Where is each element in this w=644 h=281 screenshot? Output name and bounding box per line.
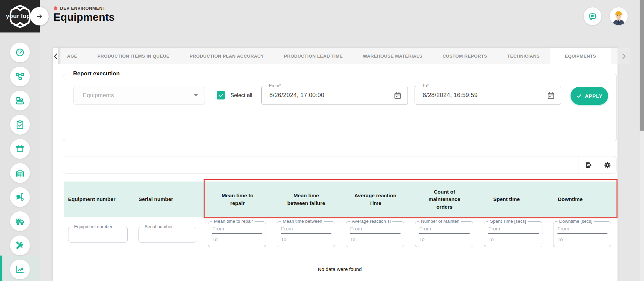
sidebar: your logo: [0, 0, 40, 281]
table-header-row: Equipment number Serial number Mean time…: [64, 182, 617, 217]
tab-equipments[interactable]: EQUIPMENTS: [550, 48, 611, 64]
filter-label: Serial number: [143, 224, 174, 229]
tab-label: WAREHOUSE MATERIALS: [363, 54, 423, 59]
filter-label: Average reaction Ti: [350, 219, 392, 224]
filter-from-input[interactable]: [557, 226, 607, 234]
tab-label: CUSTOM REPORTS: [442, 54, 487, 59]
filter-serial-number: Serial number: [139, 227, 196, 242]
arrow-right-icon: [36, 13, 43, 20]
date-to-input[interactable]: [415, 86, 561, 104]
export-button[interactable]: [579, 156, 598, 173]
tab-age[interactable]: AGE: [58, 48, 87, 64]
date-from-input[interactable]: [262, 86, 408, 104]
sidebar-item-analytics[interactable]: [10, 260, 30, 279]
section-legend: Report execution: [70, 70, 122, 77]
tab-custom-reports[interactable]: CUSTOM REPORTS: [432, 48, 497, 64]
workflow-icon: [15, 72, 25, 81]
sidebar-item-dashboard[interactable]: [10, 43, 30, 62]
filter-from-input[interactable]: [212, 226, 262, 234]
filter-from-input[interactable]: [419, 226, 470, 234]
sidebar-item-hand-truck[interactable]: [10, 187, 30, 207]
filter-from-input[interactable]: [281, 226, 331, 234]
filter-equipment-number: Equipment number: [68, 227, 128, 242]
date-to-label: To*: [420, 83, 431, 88]
filter-label: Spent Time [secs]: [488, 219, 528, 224]
worker-avatar-icon: [610, 7, 628, 25]
filter-label: Downtime [secs]: [557, 219, 594, 224]
filter-label: Mean time between: [281, 219, 324, 224]
page-title: Equipments: [53, 11, 115, 23]
date-to-field: To*: [415, 86, 561, 105]
tab-production-items-in-queue[interactable]: PRODUCTION ITEMS IN QUEUE: [87, 48, 179, 64]
sidebar-item-production-line[interactable]: [10, 91, 30, 111]
calendar-icon[interactable]: [393, 91, 402, 100]
column-header-mean-time-between-failure[interactable]: Mean time between failure: [284, 182, 328, 217]
settings-button[interactable]: [598, 156, 617, 173]
tab-technicians[interactable]: TECHNICIANS: [497, 48, 550, 64]
filter-to-input[interactable]: [419, 236, 470, 242]
column-header-serial-number[interactable]: Serial number: [139, 182, 199, 217]
filter-average-reaction-time: Average reaction Ti: [346, 221, 404, 247]
tab-warehouse-materials[interactable]: WAREHOUSE MATERIALS: [353, 48, 433, 64]
column-header-spent-time[interactable]: Spent time: [480, 182, 533, 217]
filter-from-input[interactable]: [488, 226, 539, 234]
chevron-down-icon: [194, 94, 198, 96]
clipboard-check-icon: [15, 120, 25, 130]
sidebar-item-workflow[interactable]: [10, 67, 30, 86]
tab-label: PRODUCTION PLAN ACCURACY: [190, 54, 264, 59]
sidebar-item-maintenance[interactable]: [10, 235, 30, 255]
apply-button[interactable]: APPLY: [571, 87, 608, 105]
report-type-select[interactable]: Equipments: [73, 86, 205, 105]
filter-label: Equipment number: [72, 224, 114, 229]
open-box-icon: [15, 144, 25, 154]
scrollbar-thumb[interactable]: [640, 0, 644, 131]
tab-label: EQUIPMENTS: [565, 54, 596, 59]
export-icon: [584, 161, 592, 169]
env-dot-icon: [54, 6, 57, 10]
sidebar-item-delivery[interactable]: [10, 211, 30, 231]
sidebar-collapse-button[interactable]: [30, 7, 49, 25]
column-header-average-reaction-time[interactable]: Average reaction Time: [353, 182, 397, 217]
filter-to-input[interactable]: [557, 236, 607, 242]
filter-equipment-number-input[interactable]: [68, 227, 124, 242]
sidebar-item-warehouse[interactable]: [10, 163, 30, 183]
column-header-equipment-number[interactable]: Equipment number: [68, 182, 135, 217]
conveyor-icon: [15, 96, 25, 106]
select-all-label: Select all: [230, 92, 252, 98]
filter-mean-time-between-failure: Mean time between: [277, 221, 335, 247]
column-header-downtime[interactable]: Downtime: [543, 182, 597, 217]
chatbot-button[interactable]: [584, 7, 601, 25]
chevron-right-icon: [622, 53, 626, 59]
select-all-checkbox[interactable]: [217, 91, 225, 99]
date-from-label: From*: [267, 83, 283, 88]
sidebar-item-orders[interactable]: [10, 115, 30, 135]
filter-number-of-maintenance-orders: Number of Mainten: [415, 221, 473, 247]
delivery-truck-icon: [15, 216, 25, 226]
tabs-scroll-left-button[interactable]: [53, 48, 58, 64]
tab-label: TECHNICIANS: [507, 54, 540, 59]
hand-truck-icon: [15, 192, 25, 202]
column-header-count-of-maintenance-orders[interactable]: Count of maintenance orders: [424, 182, 465, 217]
column-header-mean-time-to-repair[interactable]: Mean time to repair: [217, 182, 258, 217]
filter-to-input[interactable]: [281, 236, 331, 242]
tab-label: PRODUCTION ITEMS IN QUEUE: [97, 54, 169, 59]
tabs-scroll-right-button[interactable]: [618, 48, 630, 64]
filter-to-input[interactable]: [212, 236, 262, 242]
empty-state-message: No data were found: [63, 266, 617, 272]
tab-production-lead-time[interactable]: PRODUCTION LEAD TIME: [274, 48, 353, 64]
filter-to-input[interactable]: [488, 236, 539, 242]
user-avatar[interactable]: [610, 7, 628, 25]
app-root: your logo: [0, 0, 644, 281]
vertical-scrollbar[interactable]: [640, 0, 644, 281]
filter-from-input[interactable]: [350, 226, 400, 234]
select-all-row: Select all: [217, 86, 252, 105]
filter-label: Mean time to repair: [212, 219, 255, 224]
filter-spent-time: Spent Time [secs]: [484, 221, 542, 247]
filter-to-input[interactable]: [350, 236, 400, 242]
calendar-icon[interactable]: [547, 91, 555, 100]
tab-production-plan-accuracy[interactable]: PRODUCTION PLAN ACCURACY: [179, 48, 274, 64]
filter-downtime: Downtime [secs]: [553, 221, 611, 247]
sidebar-item-packages[interactable]: [10, 139, 30, 159]
gear-icon: [603, 161, 611, 169]
filter-serial-number-input[interactable]: [139, 227, 193, 242]
